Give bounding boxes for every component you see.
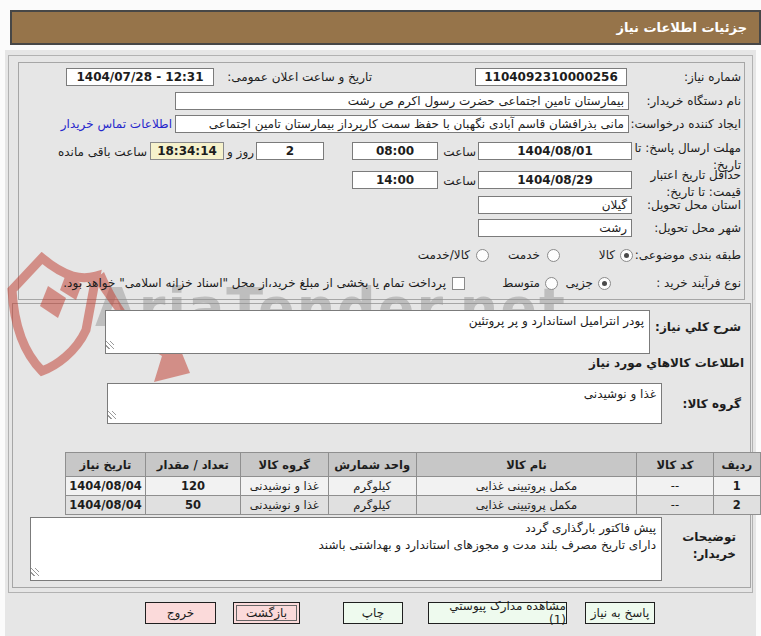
items-table: ردیف کد کالا نام کالا واحد شمارش گروه کا… <box>65 452 761 515</box>
remaining-time-countdown: 18:34:14 <box>150 142 224 160</box>
remaining-days-field[interactable]: 2 <box>256 142 324 160</box>
request-creator-label: ایجاد کننده درخواست: <box>630 117 741 131</box>
radio-medium[interactable] <box>545 277 558 290</box>
resize-handle[interactable] <box>106 341 114 349</box>
view-attachments-button[interactable]: مشاهده مدارک پیوستي (1) <box>428 602 567 624</box>
buyer-notes-label: توضیحات خریدار: <box>666 529 736 563</box>
radio-service-label: خدمت <box>508 248 540 262</box>
validity-hour-label: ساعت <box>443 174 476 188</box>
col-group: گروه کالا <box>240 453 328 477</box>
exit-button[interactable]: خروج <box>145 602 216 624</box>
col-item-name: نام کالا <box>416 453 637 477</box>
radio-goods-service-label: کالا/خدمت <box>418 248 470 262</box>
city-label: شهر محل تحویل: <box>654 221 741 235</box>
subject-class-label: طبقه بندی موضوعی: <box>635 248 741 262</box>
resize-handle[interactable] <box>31 568 39 576</box>
page-title: جزئیات اطلاعات نیاز <box>10 10 761 45</box>
city-field[interactable]: رشت <box>478 219 632 237</box>
radio-minor-label: جزیی <box>566 276 593 290</box>
resize-handle[interactable] <box>108 411 116 419</box>
cell-group: غذا و نوشیدنی <box>240 477 328 496</box>
cell-qty: 120 <box>145 477 240 496</box>
reply-hour-label: ساعت <box>443 145 476 159</box>
price-validity-label: حداقل تاریخ اعتبار قیمت: تا تاریخ: <box>629 167 741 201</box>
goods-group-label: گروه کالا: <box>683 397 741 411</box>
province-field[interactable]: گیلان <box>478 196 632 214</box>
need-description-textarea[interactable]: پودر انترامیل استاندارد و پر پروتئین <box>105 310 650 354</box>
tender-detail-page: جزئیات اطلاعات نیاز AriaTender.net شماره… <box>0 0 761 636</box>
price-validity-date-field[interactable]: 1404/08/29 <box>478 171 632 189</box>
reply-time-field[interactable]: 08:00 <box>352 142 438 160</box>
radio-service[interactable] <box>547 249 560 262</box>
announce-datetime-field[interactable]: 1404/07/28 - 12:31 <box>66 68 214 86</box>
buyer-org-field[interactable]: بیمارستان تامین اجتماعی حضرت رسول اکرم ص… <box>175 92 629 110</box>
table-header-row: ردیف کد کالا نام کالا واحد شمارش گروه کا… <box>66 453 761 477</box>
validity-time-field[interactable]: 14:00 <box>352 171 438 189</box>
table-row: 2 -- مکمل پروتیینی غذایی کیلوگرم غذا و ن… <box>66 496 761 515</box>
treasury-payment-note: پرداخت تمام یا بخشی از مبلغ خرید،از محل … <box>63 276 446 290</box>
radio-goods-service[interactable] <box>476 249 489 262</box>
col-item-code: کد کالا <box>637 453 713 477</box>
buyer-notes-textarea[interactable]: پیش فاکتور بارگذاری گردد دارای تاریخ مصر… <box>30 517 662 581</box>
request-creator-field[interactable]: مانی بذرافشان قاسم آبادی نگهبان با حفظ س… <box>175 115 629 133</box>
announce-datetime-label: تاریخ و ساعت اعلان عمومی: <box>227 70 372 84</box>
reply-to-need-button[interactable]: پاسخ به نیاز <box>585 602 655 624</box>
cell-code: -- <box>637 477 713 496</box>
need-number-field[interactable]: 1104092310000256 <box>475 68 627 86</box>
cell-need-date: 1404/08/04 <box>66 496 146 515</box>
need-number-label: شماره نیاز: <box>684 70 741 84</box>
cell-row: 1 <box>713 477 760 496</box>
radio-goods-label: کالا <box>599 248 615 262</box>
need-description-label: شرح کلي نیاز: <box>655 320 741 334</box>
purchase-type-label: نوع فرآیند خرید : <box>656 276 741 290</box>
table-row: 1 -- مکمل پروتیینی غذایی کیلوگرم غذا و ن… <box>66 477 761 496</box>
cell-name: مکمل پروتیینی غذایی <box>416 477 637 496</box>
radio-goods[interactable] <box>620 249 633 262</box>
treasury-payment-checkbox[interactable] <box>452 277 465 290</box>
cell-qty: 50 <box>145 496 240 515</box>
col-need-date: تاریخ نیاز <box>66 453 146 477</box>
radio-medium-label: متوسط <box>502 276 540 290</box>
goods-info-heading: اطلاعات کالاهاي مورد نیاز <box>589 356 744 370</box>
goods-group-textarea[interactable]: غذا و نوشیدنی <box>107 383 662 424</box>
buyer-org-label: نام دستگاه خریدار: <box>647 94 742 108</box>
radio-minor[interactable] <box>598 277 611 290</box>
cell-unit: کیلوگرم <box>328 477 416 496</box>
col-row-number: ردیف <box>713 453 760 477</box>
hours-remaining-label: ساعت باقی مانده <box>58 145 147 159</box>
cell-need-date: 1404/08/04 <box>66 477 146 496</box>
print-button[interactable]: چاپ <box>343 602 403 624</box>
reply-deadline-date-field[interactable]: 1404/08/01 <box>478 142 632 160</box>
cell-name: مکمل پروتیینی غذایی <box>416 496 637 515</box>
cell-code: -- <box>637 496 713 515</box>
buyer-contact-link[interactable]: اطلاعات تماس خریدار <box>61 117 172 131</box>
col-quantity: تعداد / مقدار <box>145 453 240 477</box>
cell-unit: کیلوگرم <box>328 496 416 515</box>
province-label: استان محل تحویل: <box>647 198 741 212</box>
days-and-label: روز و <box>227 145 254 159</box>
cell-row: 2 <box>713 496 760 515</box>
back-button[interactable]: بازگشت <box>233 602 300 624</box>
col-unit: واحد شمارش <box>328 453 416 477</box>
cell-group: غذا و نوشیدنی <box>240 496 328 515</box>
